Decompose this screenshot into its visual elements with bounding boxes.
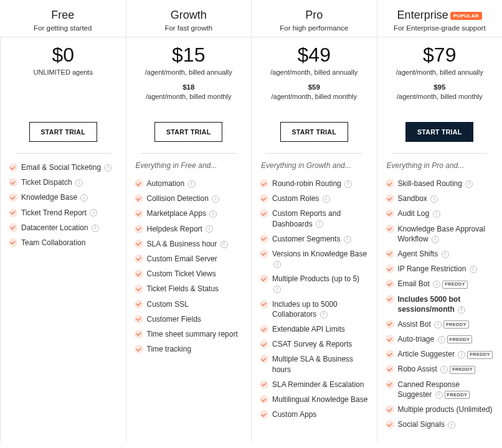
feature-item: Multiple Products (up to 5) xyxy=(258,271,370,296)
feature-label: Auto-triage FREDDY xyxy=(398,334,495,344)
info-icon[interactable] xyxy=(434,321,442,329)
feature-item: Extendable API Limits xyxy=(258,322,370,337)
plan-header: ProFor high performance xyxy=(255,0,374,37)
info-icon[interactable] xyxy=(220,241,228,248)
info-icon[interactable] xyxy=(465,180,473,188)
info-icon[interactable] xyxy=(448,421,455,429)
info-icon[interactable] xyxy=(438,336,445,343)
start-trial-button[interactable]: START TRIAL xyxy=(29,122,97,142)
freddy-badge: FREDDY xyxy=(450,366,475,374)
feature-item: Canned Response Suggester FREDDY xyxy=(384,377,496,402)
info-icon[interactable] xyxy=(104,164,111,172)
info-icon[interactable] xyxy=(92,225,99,232)
check-icon xyxy=(135,330,143,338)
check-icon xyxy=(260,340,268,348)
info-icon[interactable] xyxy=(344,180,352,188)
info-icon[interactable] xyxy=(435,391,443,399)
feature-label: Custom Apps xyxy=(272,409,369,419)
info-icon[interactable] xyxy=(430,195,438,203)
check-icon xyxy=(135,254,143,263)
freddy-badge: FREDDY xyxy=(443,320,469,329)
check-icon xyxy=(386,295,394,304)
feature-item: Sandbox xyxy=(384,191,496,206)
info-icon[interactable] xyxy=(273,286,281,293)
check-icon xyxy=(386,225,394,233)
feature-list: Round-robin Routing Custom Roles Custom … xyxy=(255,176,374,432)
check-icon xyxy=(135,209,143,218)
info-icon[interactable] xyxy=(316,220,323,228)
feature-label: Custom Roles xyxy=(272,194,369,203)
feature-label: Article Suggester FREDDY xyxy=(398,349,495,359)
price: $49 xyxy=(258,44,370,67)
info-icon[interactable] xyxy=(188,180,196,188)
check-icon xyxy=(260,235,268,243)
feature-label: Customer Fields xyxy=(147,314,244,324)
info-icon[interactable] xyxy=(323,195,330,203)
check-icon xyxy=(135,269,143,278)
feature-label: Versions in Knowledge Base xyxy=(272,249,369,269)
freddy-badge: FREDDY xyxy=(445,391,470,399)
feature-label: Social Signals xyxy=(398,419,495,429)
feature-label: Multiple products (Unlimited) xyxy=(398,404,495,414)
info-icon[interactable] xyxy=(320,311,328,319)
feature-label: Includes up to 5000 Collaborators xyxy=(272,299,369,319)
price-monthly: $95 xyxy=(384,83,496,91)
feature-item: Custom SSL xyxy=(133,297,245,312)
info-icon[interactable] xyxy=(209,210,217,218)
info-icon[interactable] xyxy=(432,236,439,243)
price: $79 xyxy=(384,44,496,67)
feature-item: Knowledge Base xyxy=(7,190,119,205)
start-trial-button[interactable]: START TRIAL xyxy=(154,122,222,142)
feature-item: Ticket Dispatch xyxy=(7,175,119,190)
feature-item: Assist Bot FREDDY xyxy=(384,317,496,332)
check-icon xyxy=(386,279,394,288)
feature-label: Time tracking xyxy=(147,344,244,354)
info-icon[interactable] xyxy=(90,209,97,217)
info-icon[interactable] xyxy=(75,179,83,187)
info-icon[interactable] xyxy=(440,366,448,373)
feature-item: Marketplace Apps xyxy=(133,206,245,221)
plan-intro: Everything in Growth and... xyxy=(255,160,374,176)
feature-item: Time sheet summary report xyxy=(133,327,245,342)
info-icon[interactable] xyxy=(206,225,213,233)
feature-item: Customer Fields xyxy=(133,312,245,327)
plan-name: Free xyxy=(6,9,120,22)
feature-item: Knowledge Base Approval Workflow xyxy=(384,222,496,246)
info-icon[interactable] xyxy=(212,195,219,203)
info-icon[interactable] xyxy=(442,251,449,258)
info-icon[interactable] xyxy=(458,351,465,358)
price-annual-note: /agent/month, billed annually xyxy=(133,68,245,76)
check-icon xyxy=(135,240,143,248)
check-icon xyxy=(260,179,268,188)
info-icon[interactable] xyxy=(433,281,440,288)
price-annual-note: UNLIMITED agents xyxy=(7,68,119,76)
feature-item: Collision Detection xyxy=(133,191,245,206)
feature-item: Agent Shifts xyxy=(384,246,496,261)
info-icon[interactable] xyxy=(344,236,351,243)
info-icon[interactable] xyxy=(80,194,88,202)
check-icon xyxy=(386,179,394,188)
feature-item: Helpdesk Report xyxy=(133,222,245,236)
start-trial-button[interactable]: START TRIAL xyxy=(280,122,348,142)
feature-label: Round-robin Routing xyxy=(272,179,369,189)
feature-label: Collision Detection xyxy=(147,194,244,203)
feature-item: Time tracking xyxy=(133,342,245,357)
feature-label: Email & Social Ticketing xyxy=(21,162,118,172)
start-trial-button[interactable]: START TRIAL xyxy=(405,122,473,142)
feature-item: Customer Segments xyxy=(258,231,370,246)
popular-badge: POPULAR xyxy=(450,12,482,20)
feature-item: Round-robin Routing xyxy=(258,176,370,191)
info-icon[interactable] xyxy=(458,306,465,314)
check-icon xyxy=(386,380,394,389)
feature-list: Automation Collision Detection Marketpla… xyxy=(130,176,249,366)
feature-label: Robo Assist FREDDY xyxy=(398,364,495,374)
price-block: $0UNLIMITED agents xyxy=(4,37,123,118)
price-annual-note: /agent/month, billed annually xyxy=(258,68,370,76)
check-icon xyxy=(135,194,143,203)
info-icon[interactable] xyxy=(433,210,440,218)
info-icon[interactable] xyxy=(470,266,477,273)
feature-label: Extendable API Limits xyxy=(272,324,369,334)
check-icon xyxy=(386,405,394,414)
check-icon xyxy=(386,209,394,218)
info-icon[interactable] xyxy=(273,261,281,268)
